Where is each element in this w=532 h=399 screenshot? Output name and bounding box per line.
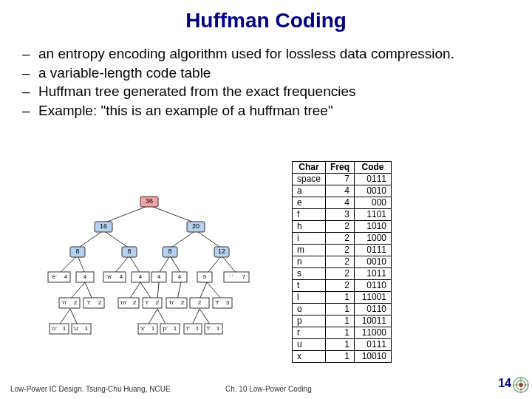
cell-char: m — [293, 245, 326, 256]
table-row: e4000 — [293, 197, 392, 209]
cell-char: e — [293, 197, 326, 209]
cell-char: l — [293, 292, 326, 304]
svg-line-7 — [78, 256, 85, 273]
svg-text:'m': 'm' — [120, 299, 127, 306]
table-row: n20010 — [293, 256, 392, 268]
cell-freq: 1 — [326, 316, 355, 327]
cell-freq: 4 — [326, 197, 355, 209]
svg-line-18 — [157, 282, 159, 299]
svg-text:20: 20 — [192, 222, 200, 230]
cell-code: 0010 — [355, 256, 392, 268]
svg-text:' ': ' ' — [229, 273, 233, 280]
svg-text:'h': 'h' — [168, 299, 174, 306]
bullet-item: –a variable-length code table — [22, 64, 514, 83]
svg-text:1: 1 — [85, 325, 89, 332]
svg-text:'t': 't' — [86, 299, 91, 306]
cell-char: x — [293, 351, 326, 363]
cell-code: 1010 — [355, 221, 392, 233]
svg-line-8 — [115, 256, 129, 273]
svg-text:1: 1 — [196, 325, 200, 332]
svg-text:4: 4 — [178, 273, 182, 280]
bullet-text: Example: "this is an example of a huffma… — [38, 103, 333, 118]
svg-text:3: 3 — [226, 299, 230, 306]
svg-text:8: 8 — [168, 248, 171, 255]
svg-text:4: 4 — [139, 273, 143, 280]
cell-code: 0111 — [355, 245, 392, 256]
svg-text:2: 2 — [133, 299, 137, 306]
table-row: x110010 — [293, 351, 392, 363]
svg-line-12 — [207, 256, 222, 273]
cell-freq: 2 — [326, 256, 355, 268]
cell-code: 10011 — [355, 316, 392, 327]
cell-freq: 2 — [326, 268, 355, 280]
cell-freq: 7 — [326, 174, 355, 185]
svg-line-16 — [129, 282, 140, 299]
cell-freq: 1 — [326, 327, 355, 339]
table-row: l111001 — [293, 292, 392, 304]
cell-code: 0111 — [355, 174, 392, 185]
cell-code: 1101 — [355, 209, 392, 221]
svg-line-26 — [192, 309, 200, 325]
huffman-tree-diagram: 36 16 20 8 8 8 12 'e'4 4 'a'4 4 4 4 5 ' … — [33, 192, 266, 347]
svg-text:4: 4 — [83, 273, 87, 280]
bullet-list: –an entropy encoding algorithm used for … — [0, 38, 532, 120]
bullet-text: a variable-length code table — [38, 65, 211, 81]
svg-text:4: 4 — [64, 273, 68, 280]
tree-l4: 'e'4 4 'a'4 4 4 4 5 ' '7 — [48, 272, 249, 282]
cell-char: a — [293, 185, 326, 197]
table-row: t20110 — [293, 280, 392, 292]
cell-char: p — [293, 316, 326, 327]
cell-code: 0110 — [355, 280, 392, 292]
svg-text:'r': 'r' — [185, 325, 190, 332]
svg-text:'l': 'l' — [207, 325, 211, 332]
cell-code: 11001 — [355, 292, 392, 304]
code-table: Char Freq Code space70111a40010e4000f311… — [292, 161, 392, 363]
cell-code: 1000 — [355, 233, 392, 245]
svg-line-15 — [85, 282, 92, 299]
svg-line-14 — [70, 282, 85, 299]
svg-text:'i': 'i' — [146, 299, 149, 306]
svg-line-21 — [207, 282, 222, 299]
cell-code: 1011 — [355, 268, 392, 280]
table-row: o10110 — [293, 304, 392, 316]
svg-line-23 — [70, 309, 78, 325]
svg-line-25 — [157, 309, 166, 325]
cell-char: o — [293, 304, 326, 316]
cell-freq: 1 — [326, 304, 355, 316]
table-row: m20111 — [293, 245, 392, 256]
table-row: f31101 — [293, 209, 392, 221]
svg-line-1 — [149, 205, 196, 223]
cell-freq: 4 — [326, 185, 355, 197]
cell-freq: 2 — [326, 280, 355, 292]
svg-text:'f': 'f' — [215, 299, 219, 306]
table-row: p110011 — [293, 316, 392, 327]
svg-line-2 — [78, 231, 103, 248]
svg-line-10 — [159, 256, 170, 273]
cell-freq: 2 — [326, 233, 355, 245]
cell-char: s — [293, 268, 326, 280]
cell-freq: 1 — [326, 292, 355, 304]
svg-line-27 — [200, 309, 211, 325]
th-freq: Freq — [326, 162, 355, 174]
svg-text:'e': 'e' — [51, 273, 57, 280]
svg-text:12: 12 — [218, 248, 225, 255]
svg-line-22 — [59, 309, 70, 325]
cell-freq: 2 — [326, 245, 355, 256]
svg-text:36: 36 — [146, 197, 153, 205]
cell-freq: 1 — [326, 351, 355, 363]
svg-text:1: 1 — [174, 325, 177, 332]
svg-text:16: 16 — [100, 222, 107, 230]
svg-line-5 — [196, 231, 222, 248]
bullet-item: –Example: "this is an example of a huffm… — [22, 101, 514, 120]
tree-l5: 'n'2 't'2 'm'2 'i'2 'h'2 2 'f'3 — [59, 298, 232, 308]
cell-freq: 2 — [326, 221, 355, 233]
cell-char: u — [293, 339, 326, 351]
table-row: a40010 — [293, 185, 392, 197]
cell-char: r — [293, 327, 326, 339]
page-number: 14 — [498, 377, 511, 390]
th-code: Code — [355, 162, 392, 174]
svg-line-11 — [170, 256, 181, 273]
bullet-item: –Huffman tree generated from the exact f… — [22, 82, 514, 101]
svg-text:'a': 'a' — [106, 273, 112, 280]
table-row: s21011 — [293, 268, 392, 280]
